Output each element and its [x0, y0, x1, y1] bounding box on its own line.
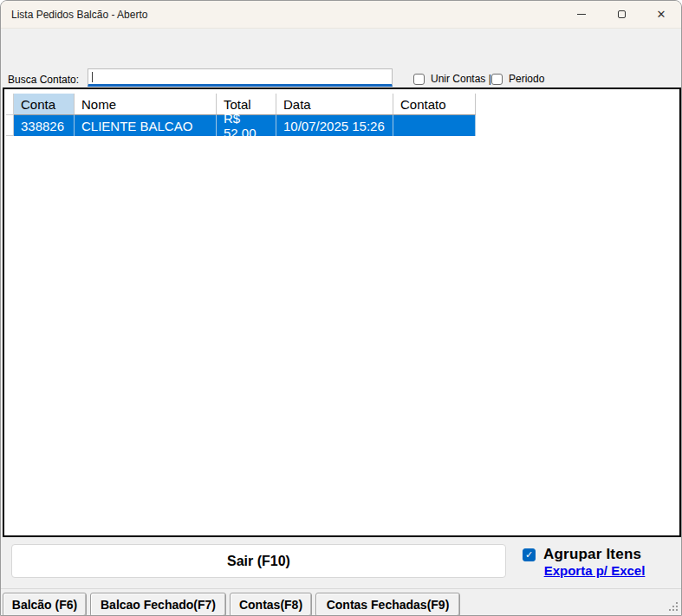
- row-header-cell: [6, 115, 14, 136]
- table-row[interactable]: 338826 CLIENTE BALCAO R$ 52,00 10/07/202…: [6, 115, 476, 136]
- cell-contato[interactable]: [393, 115, 476, 136]
- orders-panel: Conta Nome Total Data Contato 338826 CLI…: [3, 88, 681, 537]
- agrupar-itens-control[interactable]: ✓ Agrupar Itens: [523, 546, 641, 563]
- app-window: Lista Pedidos Balcão - Aberto ✕ Busca Co…: [0, 0, 682, 616]
- text-caret: [92, 72, 93, 82]
- window-controls: ✕: [562, 1, 681, 28]
- close-icon: ✕: [657, 9, 666, 20]
- periodo-label: Periodo: [509, 73, 544, 85]
- title-bar: Lista Pedidos Balcão - Aberto ✕: [1, 1, 681, 29]
- window-title: Lista Pedidos Balcão - Aberto: [1, 9, 147, 21]
- search-input[interactable]: [88, 68, 393, 87]
- exporta-excel-link[interactable]: Exporta p/ Excel: [523, 563, 666, 578]
- tabstrip-divider: [1, 588, 682, 589]
- row-header-gutter: [6, 94, 14, 115]
- bottom-tab-strip: Balcão (F6) Balcao Fechado(F7) Contas(F8…: [3, 593, 460, 616]
- column-header-conta[interactable]: Conta: [14, 94, 75, 115]
- cell-nome[interactable]: CLIENTE BALCAO: [75, 115, 217, 136]
- unir-contas-label: Unir Contas |: [431, 73, 491, 85]
- agrupar-itens-checkbox[interactable]: ✓: [523, 548, 536, 561]
- maximize-button[interactable]: [601, 1, 641, 28]
- periodo-checkbox[interactable]: [491, 74, 503, 85]
- search-label: Busca Contato:: [8, 74, 79, 86]
- tab-contas[interactable]: Contas(F8): [230, 593, 312, 616]
- column-header-contato[interactable]: Contato: [393, 94, 476, 115]
- tab-contas-fechadas[interactable]: Contas Fechadas(F9): [315, 593, 460, 616]
- column-header-data[interactable]: Data: [276, 94, 393, 115]
- column-header-nome[interactable]: Nome: [75, 94, 217, 115]
- close-button[interactable]: ✕: [641, 1, 681, 28]
- cell-conta[interactable]: 338826: [14, 115, 75, 136]
- cell-data[interactable]: 10/07/2025 15:26: [276, 115, 393, 136]
- tab-balcao-fechado[interactable]: Balcao Fechado(F7): [90, 593, 226, 616]
- minimize-button[interactable]: [562, 1, 601, 28]
- cell-total[interactable]: R$ 52,00: [217, 115, 276, 136]
- agrupar-itens-label: Agrupar Itens: [543, 546, 641, 563]
- periodo-filter[interactable]: Periodo: [491, 73, 544, 85]
- app-screenshot: Lista Pedidos Balcão - Aberto ✕ Busca Co…: [0, 0, 682, 616]
- checkmark-icon: ✓: [525, 549, 533, 561]
- maximize-icon: [618, 10, 626, 18]
- minimize-icon: [577, 14, 586, 15]
- unir-contas-filter[interactable]: Unir Contas |: [413, 73, 491, 85]
- sair-button[interactable]: Sair (F10): [11, 544, 506, 578]
- orders-grid: Conta Nome Total Data Contato 338826 CLI…: [6, 94, 476, 136]
- tab-balcao[interactable]: Balcão (F6): [3, 593, 87, 616]
- unir-contas-checkbox[interactable]: [413, 74, 425, 85]
- resize-grip[interactable]: [669, 602, 679, 613]
